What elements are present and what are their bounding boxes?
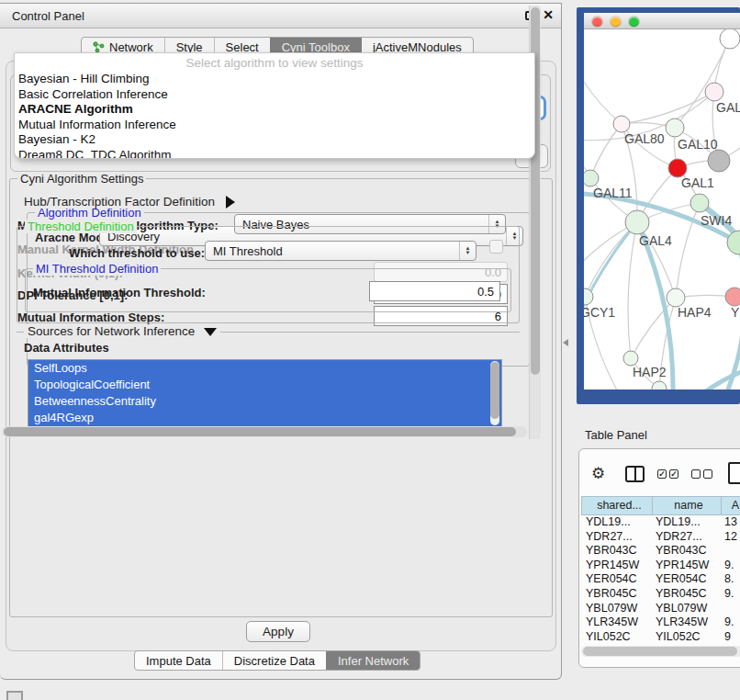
dropdown-item[interactable]: Mutual Information Inference — [15, 118, 534, 133]
tab-infer-network[interactable]: Infer Network — [326, 651, 420, 670]
table-cell: YER054C — [652, 572, 721, 587]
network-node-gal4[interactable] — [625, 210, 649, 234]
dropdown-item[interactable]: Bayesian - K2 — [15, 132, 534, 148]
table-cell: YER054C — [581, 572, 652, 587]
collapsed-panel-button[interactable] — [6, 691, 23, 700]
mac-close-icon[interactable] — [592, 17, 602, 27]
column-header-0[interactable]: shared... — [581, 496, 652, 515]
node-table: shared...nameA YDL19...YDL19...13YDR27..… — [581, 496, 740, 645]
network-edge[interactable] — [590, 124, 622, 178]
table-cell: YLR345W — [581, 615, 652, 630]
control-panel-titlebar: Control Panel ✕ — [0, 4, 561, 28]
select-all-icon[interactable]: ✓✓ — [657, 469, 678, 479]
table-row[interactable]: YDR27...YDR27...12 — [581, 530, 740, 545]
network-node[interactable] — [652, 381, 667, 390]
table-row[interactable]: YLR345WYLR345W9. — [581, 615, 740, 630]
hub-definition-label: Hub/Transcription Factor Definition — [24, 195, 215, 209]
table-row[interactable]: YDL19...YDL19...13 — [581, 515, 740, 530]
settings-horizontal-scrollbar[interactable] — [2, 426, 527, 437]
table-cell: 9. — [721, 587, 740, 602]
table-row[interactable]: YER054CYER054C8. — [581, 572, 740, 587]
data-attributes-label: Data Attributes — [24, 341, 109, 355]
table-panel-title: Table Panel — [585, 428, 647, 442]
table-cell: YBL079W — [581, 602, 652, 616]
table-cell: 9 — [721, 630, 740, 645]
network-node-gal1[interactable] — [668, 159, 687, 177]
gear-icon[interactable]: ⚙ — [591, 464, 605, 483]
table-cell: 12 — [721, 530, 740, 545]
network-icon — [93, 41, 105, 53]
export-table-icon[interactable] — [728, 462, 740, 484]
deselect-all-icon[interactable] — [691, 469, 712, 479]
table-cell: YDL19... — [652, 515, 721, 530]
table-cell: YPR145W — [652, 559, 721, 573]
dropdown-item[interactable]: ARACNE Algorithm — [15, 102, 534, 118]
dropdown-item[interactable]: Dream8 DC_TDC Algorithm — [15, 148, 534, 160]
network-node[interactable] — [727, 231, 740, 254]
network-node-hap4[interactable] — [667, 288, 685, 307]
table-cell: YBR045C — [652, 587, 721, 602]
attribute-item[interactable]: SelfLoops — [28, 360, 501, 377]
splitter-collapse-icon[interactable] — [563, 339, 568, 346]
table-cell: YDR27... — [652, 530, 721, 545]
table-cell: YBR045C — [581, 587, 652, 602]
table-row[interactable]: YBR043CYBR043C — [581, 544, 740, 559]
tab-discretize-data[interactable]: Discretize Data — [222, 651, 326, 670]
node-label: GAL4 — [639, 233, 672, 248]
network-node-gal11[interactable] — [584, 170, 599, 186]
table-cell: 9. — [721, 559, 740, 573]
sources-title: Sources for Network Inference — [28, 324, 195, 338]
column-header-1[interactable]: name — [652, 496, 721, 515]
network-node-gal10[interactable] — [666, 119, 684, 137]
which-threshold-label: Which threshold to use: — [69, 246, 205, 260]
mi-threshold-field[interactable] — [369, 281, 500, 301]
hub-definition-toggle[interactable]: Hub/Transcription Factor Definition — [24, 195, 235, 209]
which-threshold-combo[interactable]: MI Threshold ▲▼ — [205, 241, 477, 261]
table-row[interactable]: YIL052CYIL052C9 — [581, 630, 740, 645]
network-node[interactable] — [720, 29, 740, 49]
network-node-swi4[interactable] — [690, 194, 709, 212]
node-label: SWI4 — [701, 213, 732, 228]
network-node-hap2[interactable] — [623, 351, 638, 366]
table-cell: YIL052C — [581, 630, 652, 645]
scrollbar-thumb[interactable] — [4, 427, 516, 436]
table-horizontal-scrollbar[interactable] — [581, 646, 740, 657]
mi-threshold-group-title: MI Threshold Definition — [33, 262, 161, 276]
network-edge[interactable] — [628, 222, 637, 358]
apply-button[interactable]: Apply — [246, 621, 310, 642]
dropdown-item[interactable]: Bayesian - Hill Climbing — [15, 72, 534, 87]
scrollbar-thumb[interactable] — [583, 647, 737, 656]
mac-maximize-icon[interactable] — [629, 17, 639, 27]
attribute-item[interactable]: TopologicalCoefficient — [28, 377, 501, 393]
network-graph[interactable]: GALGAL80GAL10GAL1GAL11SWI4GAL4GCY1HAP4YH… — [584, 29, 740, 390]
sources-toggle[interactable]: Sources for Network Inference — [24, 324, 220, 338]
attributes-scrollbar[interactable] — [490, 361, 499, 425]
scrollbar-thumb[interactable] — [490, 362, 499, 419]
table-cell: YDR27... — [581, 530, 652, 545]
network-node-y[interactable] — [725, 288, 740, 306]
network-edge[interactable] — [584, 66, 622, 124]
table-row[interactable]: YBR045CYBR045C9. — [581, 587, 740, 602]
network-edge[interactable] — [622, 92, 714, 124]
network-node-gal[interactable] — [705, 83, 723, 101]
close-icon[interactable]: ✕ — [543, 7, 554, 22]
threshold-definition-title: Threshold Definition — [25, 220, 137, 233]
table-row[interactable]: YBL079WYBL079W — [581, 602, 740, 616]
table-cell: YLR345W — [652, 615, 721, 630]
column-view-icon[interactable] — [625, 466, 645, 482]
dropdown-item[interactable]: Basic Correlation Inference — [15, 87, 534, 103]
mac-minimize-icon[interactable] — [611, 17, 621, 27]
network-node-gal80[interactable] — [613, 116, 630, 132]
attribute-item[interactable]: gal4RGexp — [28, 410, 501, 426]
table-cell: YBL079W — [652, 602, 721, 616]
network-node[interactable] — [708, 150, 730, 172]
node-label: GCY1 — [584, 305, 615, 320]
table-body: YDL19...YDL19...13YDR27...YDR27...12YBR0… — [581, 515, 740, 644]
column-header-2[interactable]: A — [721, 496, 740, 515]
table-cell: YDL19... — [581, 515, 652, 530]
tab-impute-data[interactable]: Impute Data — [135, 651, 222, 670]
table-cell: YIL052C — [652, 630, 721, 645]
attribute-item[interactable]: BetweennessCentrality — [28, 393, 501, 410]
table-row[interactable]: YPR145WYPR145W9. — [581, 559, 740, 573]
dropdown-item-list: Bayesian - Hill ClimbingBasic Correlatio… — [15, 72, 534, 159]
